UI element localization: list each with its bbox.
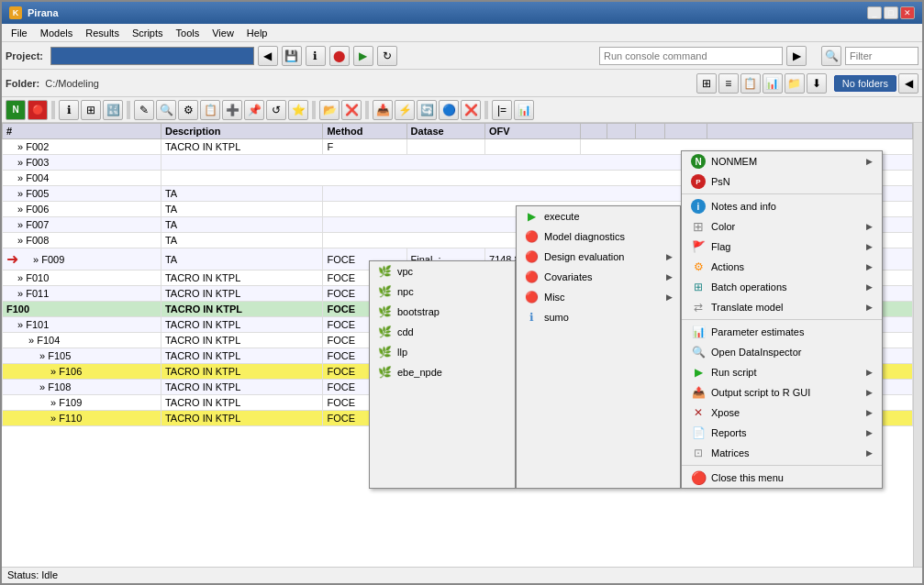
menu-models[interactable]: Models: [35, 27, 78, 39]
btn-t10[interactable]: ↺: [266, 100, 286, 120]
folder-btn5[interactable]: 📁: [785, 73, 805, 94]
run-console-go[interactable]: ▶: [786, 46, 807, 66]
menu-item-cdd[interactable]: 🌿 cdd: [370, 322, 515, 342]
project-input[interactable]: [50, 47, 254, 65]
toolbar-btn-save[interactable]: 💾: [282, 46, 302, 66]
menu-item-llp[interactable]: 🌿 llp: [370, 342, 515, 362]
folder-btn4[interactable]: 📊: [763, 73, 783, 94]
menu-item-sumo[interactable]: ℹ sumo: [517, 307, 680, 327]
run-console-input[interactable]: [599, 47, 783, 65]
folder-grid-btn[interactable]: ⊞: [696, 73, 717, 94]
maximize-button[interactable]: □: [884, 6, 898, 19]
row-desc: TA: [161, 217, 322, 233]
menu-tools[interactable]: Tools: [171, 27, 206, 39]
window-controls: _ □ ✕: [867, 6, 915, 19]
menu-item-parameter-estimates[interactable]: 📊 Parameter estimates: [682, 322, 882, 342]
diagnostics-icon: 🔴: [524, 229, 539, 244]
menu-item-close-menu[interactable]: 🔴 Close this menu: [682, 468, 882, 488]
nonmem-icon: N: [691, 154, 706, 169]
xpose-icon: ✕: [691, 405, 706, 420]
btn-t11[interactable]: ⭐: [288, 100, 308, 120]
separator: [682, 319, 882, 320]
btn-t20[interactable]: 📊: [514, 100, 534, 120]
menu-item-nonmem[interactable]: N NONMEM ▶: [682, 151, 882, 171]
notes-icon: i: [691, 199, 706, 214]
btn-t1[interactable]: ℹ: [59, 100, 79, 120]
btn-t8[interactable]: ➕: [222, 100, 242, 120]
menu-scripts[interactable]: Scripts: [127, 27, 169, 39]
row-id: » F108: [3, 380, 161, 395]
close-button[interactable]: ✕: [900, 6, 915, 19]
menu-item-reports[interactable]: 📄 Reports ▶: [682, 423, 882, 443]
toolbar-btn-info[interactable]: ℹ: [306, 46, 326, 66]
minimize-button[interactable]: _: [867, 6, 882, 19]
menu-item-translate-model[interactable]: ⇄ Translate model ▶: [682, 297, 882, 317]
btn-t17[interactable]: 🔵: [439, 100, 459, 120]
vertical-scrollbar[interactable]: [913, 123, 922, 567]
toolbar-row3: N 🔴 ℹ ⊞ 🔣 ✎ 🔍 ⚙ 📋 ➕ 📌 ↺ ⭐ 📂 ❌ 📥 ⚡ 🔄 🔵 ❌ …: [2, 97, 922, 123]
menu-item-color[interactable]: ⊞ Color ▶: [682, 216, 882, 237]
menu-item-run-script[interactable]: ▶ Run script ▶: [682, 362, 882, 382]
col-header-num: #: [3, 124, 161, 139]
color-icon: ⊞: [691, 219, 706, 234]
menu-file[interactable]: File: [6, 27, 33, 39]
btn-t2[interactable]: ⊞: [81, 100, 101, 120]
menu-item-flag[interactable]: 🚩 Flag ▶: [682, 237, 882, 257]
btn-t6[interactable]: ⚙: [178, 100, 198, 120]
toolbar-btn-run[interactable]: ▶: [353, 46, 373, 66]
row-id: » F010: [3, 270, 161, 286]
folder-list-btn[interactable]: ≡: [718, 73, 739, 94]
btn-t18[interactable]: ❌: [461, 100, 481, 120]
menu-item-matrices[interactable]: ⊡ Matrices ▶: [682, 443, 882, 463]
menu-item-bootstrap[interactable]: 🌿 bootstrap: [370, 302, 515, 322]
btn-t14[interactable]: 📥: [373, 100, 393, 120]
toolbar-btn-refresh[interactable]: ↻: [377, 46, 397, 66]
btn-t5[interactable]: 🔍: [156, 100, 176, 120]
btn-t12[interactable]: 📂: [319, 100, 340, 120]
filter-input[interactable]: [845, 47, 918, 65]
btn-t7[interactable]: 📋: [200, 100, 220, 120]
btn-t16[interactable]: 🔄: [417, 100, 437, 120]
menu-item-psn[interactable]: P PsN: [682, 171, 882, 192]
row-id: » F104: [3, 333, 161, 348]
submenu-arrow: ▶: [666, 272, 673, 281]
menu-results[interactable]: Results: [80, 27, 125, 39]
menu-item-npc[interactable]: 🌿 npc: [370, 281, 515, 302]
btn-n[interactable]: N: [6, 100, 26, 120]
row-id: » F003: [3, 155, 161, 171]
menu-item-design-evaluation[interactable]: 🔴 Design evaluation ▶: [517, 247, 680, 267]
btn-t15[interactable]: ⚡: [395, 100, 415, 120]
toolbar-btn-arrow[interactable]: ◀: [258, 46, 278, 66]
menu-item-misc[interactable]: 🔴 Misc ▶: [517, 287, 680, 307]
menu-view[interactable]: View: [206, 27, 239, 39]
menu-item-label: Matrices: [711, 447, 750, 458]
separator: [682, 193, 882, 194]
btn-t4[interactable]: ✎: [134, 100, 154, 120]
menu-item-open-datainspector[interactable]: 🔍 Open DataInspector: [682, 342, 882, 362]
row-id: F100: [3, 302, 161, 317]
menu-item-ebe-npde[interactable]: 🌿 ebe_npde: [370, 362, 515, 382]
menu-help[interactable]: Help: [241, 27, 273, 39]
folder-toggle[interactable]: ◀: [898, 73, 918, 94]
menu-item-notes-info[interactable]: i Notes and info: [682, 196, 882, 216]
menu-item-actions[interactable]: ⚙ Actions ▶: [682, 257, 882, 277]
submenu-arrow: ▶: [866, 262, 873, 271]
btn-t13[interactable]: ❌: [341, 100, 362, 120]
menu-item-model-diagnostics[interactable]: 🔴 Model diagnostics: [517, 226, 680, 247]
toolbar-btn-stop[interactable]: ⬤: [329, 46, 350, 66]
menu-item-covariates[interactable]: 🔴 Covariates ▶: [517, 267, 680, 287]
btn-t19[interactable]: |=: [492, 100, 512, 120]
menu-item-vpc[interactable]: 🌿 vpc: [370, 261, 515, 281]
menu-item-batch-operations[interactable]: ⊞ Batch operations ▶: [682, 277, 882, 297]
menu-item-output-script[interactable]: 📤 Output script to R GUI ▶: [682, 382, 882, 403]
btn-t3[interactable]: 🔣: [103, 100, 123, 120]
menu-item-xpose[interactable]: ✕ Xpose ▶: [682, 403, 882, 423]
folder-btn3[interactable]: 📋: [740, 73, 761, 94]
btn-t9[interactable]: 📌: [244, 100, 264, 120]
menu-item-label: bootstrap: [397, 306, 440, 317]
btn-psn[interactable]: 🔴: [28, 100, 48, 120]
submenu-arrow: ▶: [666, 252, 673, 261]
menu-item-execute[interactable]: ▶ execute: [517, 206, 680, 226]
no-folders-button[interactable]: No folders: [834, 75, 896, 92]
folder-btn6[interactable]: ⬇: [807, 73, 827, 94]
